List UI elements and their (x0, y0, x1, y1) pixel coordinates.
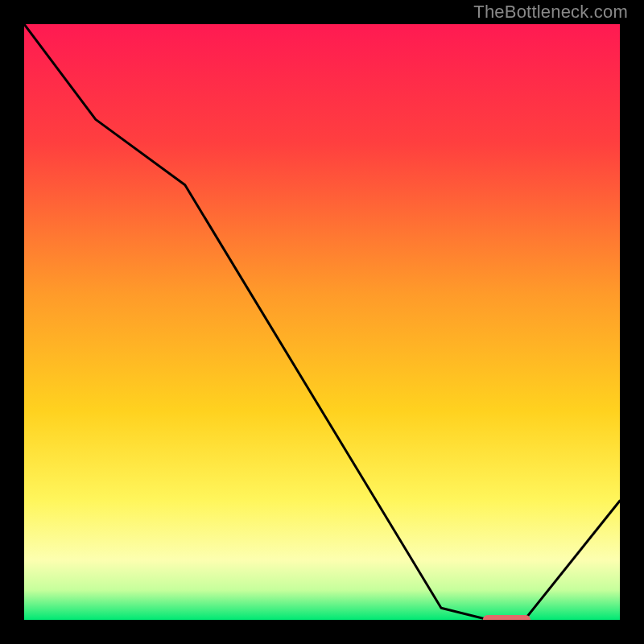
bottleneck-plot (24, 24, 620, 620)
chart-frame: TheBottleneck.com (0, 0, 644, 644)
chart-svg (24, 24, 620, 620)
gradient-background (24, 24, 620, 620)
watermark-text: TheBottleneck.com (473, 2, 628, 23)
optimum-marker (483, 615, 530, 620)
